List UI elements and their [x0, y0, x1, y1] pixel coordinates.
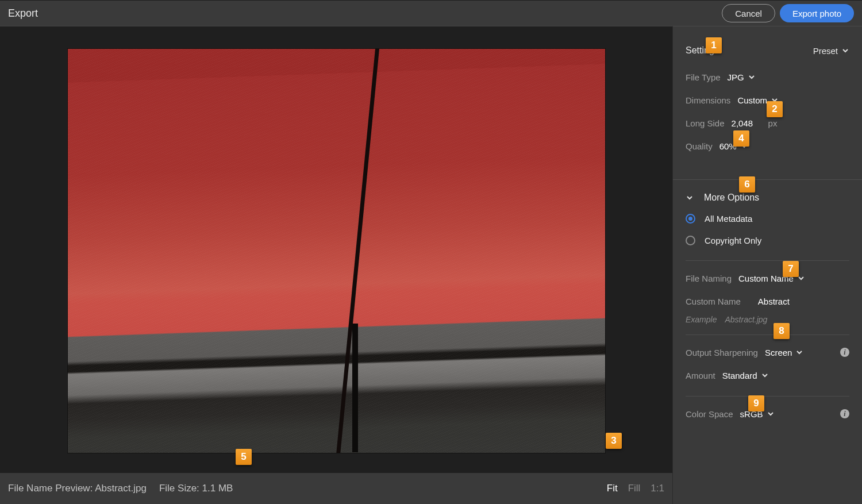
callout-2: 2	[767, 101, 783, 117]
content: File Name Preview: Abstract.jpg File Siz…	[0, 26, 862, 504]
radio-icon	[686, 236, 695, 245]
callout-3: 3	[606, 433, 622, 449]
callout-5: 5	[236, 449, 252, 465]
quality-label: Quality	[686, 141, 713, 151]
callout-7: 7	[783, 261, 799, 277]
radio-copyright-label: Copyright Only	[705, 236, 761, 245]
callout-6: 6	[739, 176, 755, 193]
dialog-title: Export	[8, 7, 38, 20]
long-side-input[interactable]	[732, 118, 761, 128]
info-icon[interactable]: i	[840, 348, 849, 357]
settings-panel: Settings Preset File Type JPG Dimensions…	[672, 26, 862, 504]
preset-label: Preset	[813, 46, 838, 56]
file-naming-label: File Naming	[686, 274, 732, 283]
preview-area	[0, 26, 672, 473]
radio-copyright-only[interactable]: Copyright Only	[686, 230, 849, 250]
file-size-label: File Size: 1.1 MB	[159, 483, 233, 494]
dimensions-label: Dimensions	[686, 95, 730, 105]
file-type-dropdown[interactable]: JPG	[728, 72, 756, 82]
chevron-down-icon	[761, 371, 769, 379]
example-label: Example	[686, 315, 717, 324]
file-type-label: File Type	[686, 72, 721, 82]
output-sharpening-label: Output Sharpening	[686, 348, 758, 357]
more-options-heading: More Options	[704, 193, 759, 203]
radio-icon	[686, 214, 695, 224]
zoom-controls: Fit Fill 1:1	[607, 483, 664, 494]
long-side-unit: px	[768, 118, 778, 128]
file-name-preview-label: File Name Preview: Abstract.jpg	[8, 483, 147, 494]
amount-value: Standard	[722, 371, 757, 380]
chevron-down-icon	[795, 348, 803, 356]
amount-label: Amount	[686, 371, 715, 380]
zoom-1to1[interactable]: 1:1	[651, 483, 664, 494]
top-bar: Export Cancel Export photo	[0, 0, 862, 26]
preset-dropdown[interactable]: Preset	[813, 46, 849, 56]
long-side-label: Long Side	[686, 118, 725, 128]
amount-dropdown[interactable]: Standard	[722, 371, 769, 380]
radio-all-metadata[interactable]: All Metadata	[686, 209, 849, 228]
export-photo-button[interactable]: Export photo	[780, 4, 854, 22]
preview-footer: File Name Preview: Abstract.jpg File Siz…	[0, 473, 672, 504]
preview-image	[68, 49, 605, 453]
output-sharpening-value: Screen	[765, 348, 792, 357]
output-sharpening-dropdown[interactable]: Screen	[765, 348, 804, 357]
callout-8: 8	[774, 323, 790, 339]
more-options-toggle[interactable]: More Options	[686, 193, 849, 203]
chevron-down-icon	[748, 73, 756, 81]
zoom-fit[interactable]: Fit	[607, 483, 618, 494]
chevron-down-icon	[841, 47, 849, 55]
custom-name-label: Custom Name	[686, 297, 741, 306]
zoom-fill[interactable]: Fill	[628, 483, 641, 494]
example-value: Abstract.jpg	[725, 315, 767, 324]
info-icon[interactable]: i	[840, 409, 849, 418]
dimensions-value: Custom	[737, 95, 767, 105]
chevron-down-icon	[686, 194, 694, 202]
color-space-label: Color Space	[686, 409, 733, 419]
cancel-button[interactable]: Cancel	[722, 4, 775, 22]
callout-9: 9	[748, 395, 764, 411]
custom-name-input[interactable]	[758, 297, 821, 306]
radio-all-label: All Metadata	[705, 214, 752, 224]
header-buttons: Cancel Export photo	[722, 4, 854, 22]
file-type-value: JPG	[728, 72, 744, 82]
callout-1: 1	[706, 37, 722, 53]
preview-pane: File Name Preview: Abstract.jpg File Siz…	[0, 26, 672, 504]
callout-4: 4	[733, 130, 749, 147]
chevron-down-icon	[767, 410, 775, 418]
